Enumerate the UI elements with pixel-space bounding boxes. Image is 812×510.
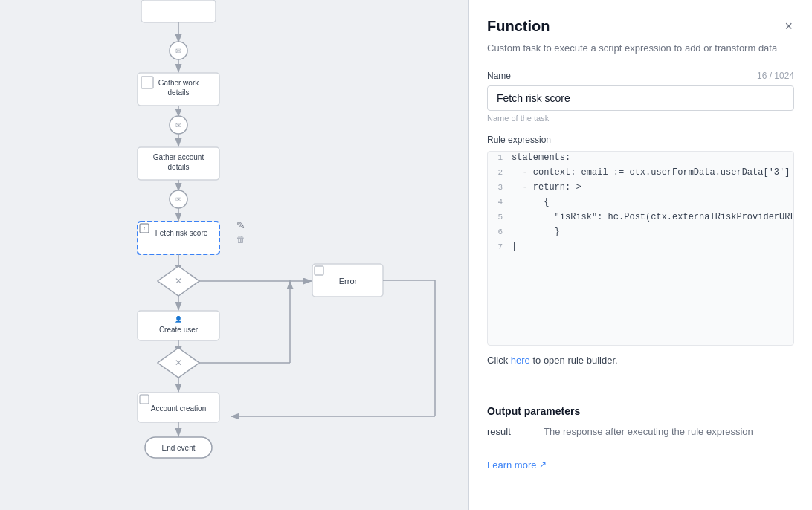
function-sidebar: Function × Custom task to execute a scri… bbox=[468, 0, 812, 510]
name-input[interactable] bbox=[487, 85, 794, 111]
svg-text:🗑: 🗑 bbox=[236, 234, 245, 245]
svg-text:details: details bbox=[168, 88, 190, 97]
learn-more-section: Learn more ↗ bbox=[487, 458, 794, 471]
code-line-5: 5 "isRisk": hc.Post(ctx.externalRiskProv… bbox=[488, 211, 793, 226]
divider bbox=[487, 393, 794, 393]
learn-more-link[interactable]: Learn more ↗ bbox=[487, 459, 547, 471]
svg-text:Fetch risk score: Fetch risk score bbox=[155, 229, 208, 237]
name-field-label-row: Name 16 / 1024 bbox=[487, 71, 794, 81]
svg-text:details: details bbox=[168, 163, 190, 171]
svg-text:👤: 👤 bbox=[175, 315, 182, 323]
svg-rect-1 bbox=[141, 0, 216, 22]
param-desc: The response after executing the rule ex… bbox=[544, 426, 794, 437]
svg-text:✉: ✉ bbox=[175, 121, 181, 129]
rule-builder-link[interactable]: here bbox=[511, 355, 530, 366]
svg-text:Error: Error bbox=[339, 277, 358, 285]
param-name: result bbox=[487, 426, 532, 437]
close-button[interactable]: × bbox=[783, 18, 794, 34]
name-label: Name bbox=[487, 71, 511, 81]
code-line-7: 7 bbox=[488, 241, 793, 256]
code-lines: 1statements:2 - context: email := ctx.us… bbox=[488, 152, 793, 256]
svg-text:✎: ✎ bbox=[236, 219, 245, 231]
svg-text:f: f bbox=[144, 226, 145, 231]
code-line-4: 4 { bbox=[488, 196, 793, 211]
svg-text:Gather work: Gather work bbox=[158, 79, 199, 87]
code-line-3: 3 - return: > bbox=[488, 181, 793, 196]
external-link-icon: ↗ bbox=[539, 459, 547, 470]
svg-text:✕: ✕ bbox=[175, 276, 182, 286]
output-params-title: Output parameters bbox=[487, 405, 794, 417]
svg-rect-21 bbox=[138, 222, 219, 254]
svg-text:✉: ✉ bbox=[175, 196, 181, 204]
rule-builder-hint: Click here to open rule builder. bbox=[487, 355, 794, 366]
sidebar-header: Function × bbox=[487, 18, 794, 35]
svg-text:✉: ✉ bbox=[175, 47, 181, 55]
svg-text:End event: End event bbox=[161, 444, 195, 452]
name-hint: Name of the task bbox=[487, 114, 794, 123]
svg-text:✕: ✕ bbox=[175, 358, 182, 368]
svg-text:Account creation: Account creation bbox=[151, 404, 207, 413]
rule-expression-label: Rule expression bbox=[487, 135, 794, 145]
param-result-row: result The response after executing the … bbox=[487, 426, 794, 437]
sidebar-title: Function bbox=[487, 18, 550, 35]
svg-text:Create user: Create user bbox=[159, 326, 199, 334]
code-line-2: 2 - context: email := ctx.userFormData.u… bbox=[488, 167, 793, 181]
svg-text:Gather account: Gather account bbox=[153, 153, 204, 161]
flow-panel: ✉ Gather work details ✉ Gather account d… bbox=[0, 0, 468, 510]
code-line-6: 6 } bbox=[488, 226, 793, 241]
code-editor[interactable]: 1statements:2 - context: email := ctx.us… bbox=[487, 151, 794, 346]
code-line-1: 1statements: bbox=[488, 152, 793, 167]
learn-more-label: Learn more bbox=[487, 459, 536, 471]
name-counter: 16 / 1024 bbox=[757, 71, 794, 81]
sidebar-description: Custom task to execute a script expressi… bbox=[487, 41, 794, 56]
